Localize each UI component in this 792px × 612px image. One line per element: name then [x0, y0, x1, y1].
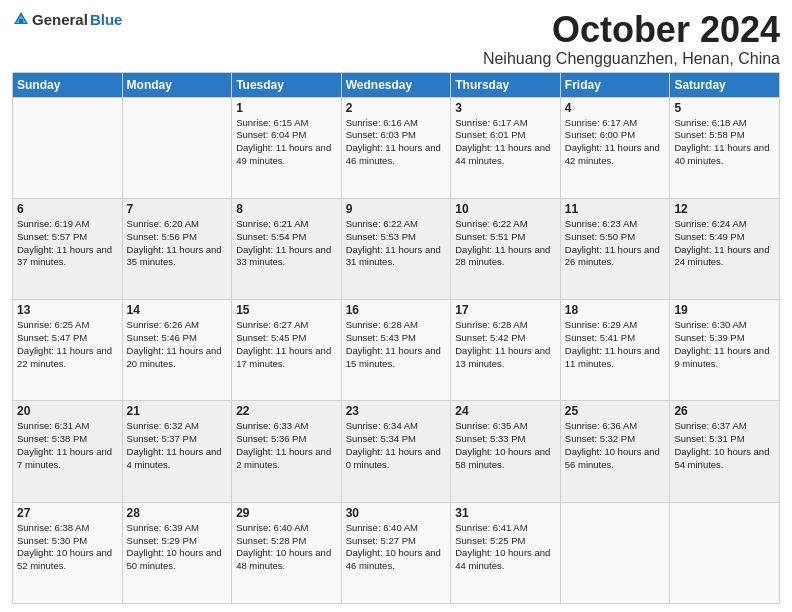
header-sunday: Sunday	[13, 72, 123, 97]
table-row: 3Sunrise: 6:17 AM Sunset: 6:01 PM Daylig…	[451, 97, 561, 198]
day-info: Sunrise: 6:29 AM Sunset: 5:41 PM Dayligh…	[565, 319, 666, 370]
header-monday: Monday	[122, 72, 232, 97]
table-row: 25Sunrise: 6:36 AM Sunset: 5:32 PM Dayli…	[560, 401, 670, 502]
day-number: 5	[674, 101, 775, 115]
day-info: Sunrise: 6:19 AM Sunset: 5:57 PM Dayligh…	[17, 218, 118, 269]
calendar-week-row: 20Sunrise: 6:31 AM Sunset: 5:38 PM Dayli…	[13, 401, 780, 502]
table-row: 6Sunrise: 6:19 AM Sunset: 5:57 PM Daylig…	[13, 198, 123, 299]
day-info: Sunrise: 6:15 AM Sunset: 6:04 PM Dayligh…	[236, 117, 337, 168]
day-number: 20	[17, 404, 118, 418]
table-row: 23Sunrise: 6:34 AM Sunset: 5:34 PM Dayli…	[341, 401, 451, 502]
day-info: Sunrise: 6:21 AM Sunset: 5:54 PM Dayligh…	[236, 218, 337, 269]
table-row: 18Sunrise: 6:29 AM Sunset: 5:41 PM Dayli…	[560, 300, 670, 401]
day-info: Sunrise: 6:20 AM Sunset: 5:56 PM Dayligh…	[127, 218, 228, 269]
day-number: 22	[236, 404, 337, 418]
table-row: 14Sunrise: 6:26 AM Sunset: 5:46 PM Dayli…	[122, 300, 232, 401]
day-number: 6	[17, 202, 118, 216]
day-info: Sunrise: 6:17 AM Sunset: 6:01 PM Dayligh…	[455, 117, 556, 168]
day-number: 21	[127, 404, 228, 418]
table-row: 21Sunrise: 6:32 AM Sunset: 5:37 PM Dayli…	[122, 401, 232, 502]
logo-text-general: General	[32, 11, 88, 28]
day-info: Sunrise: 6:31 AM Sunset: 5:38 PM Dayligh…	[17, 420, 118, 471]
header-wednesday: Wednesday	[341, 72, 451, 97]
day-info: Sunrise: 6:27 AM Sunset: 5:45 PM Dayligh…	[236, 319, 337, 370]
day-info: Sunrise: 6:28 AM Sunset: 5:42 PM Dayligh…	[455, 319, 556, 370]
calendar-header-row: Sunday Monday Tuesday Wednesday Thursday…	[13, 72, 780, 97]
day-number: 10	[455, 202, 556, 216]
location-title: Neihuang Chengguanzhen, Henan, China	[483, 50, 780, 68]
day-number: 29	[236, 506, 337, 520]
table-row: 8Sunrise: 6:21 AM Sunset: 5:54 PM Daylig…	[232, 198, 342, 299]
svg-rect-3	[19, 19, 23, 24]
logo-text-blue: Blue	[90, 11, 123, 28]
day-number: 23	[346, 404, 447, 418]
day-info: Sunrise: 6:32 AM Sunset: 5:37 PM Dayligh…	[127, 420, 228, 471]
day-number: 3	[455, 101, 556, 115]
day-number: 1	[236, 101, 337, 115]
day-number: 7	[127, 202, 228, 216]
table-row: 26Sunrise: 6:37 AM Sunset: 5:31 PM Dayli…	[670, 401, 780, 502]
day-info: Sunrise: 6:25 AM Sunset: 5:47 PM Dayligh…	[17, 319, 118, 370]
day-number: 18	[565, 303, 666, 317]
day-info: Sunrise: 6:30 AM Sunset: 5:39 PM Dayligh…	[674, 319, 775, 370]
day-info: Sunrise: 6:24 AM Sunset: 5:49 PM Dayligh…	[674, 218, 775, 269]
table-row: 13Sunrise: 6:25 AM Sunset: 5:47 PM Dayli…	[13, 300, 123, 401]
day-number: 9	[346, 202, 447, 216]
calendar-table: Sunday Monday Tuesday Wednesday Thursday…	[12, 72, 780, 604]
day-info: Sunrise: 6:40 AM Sunset: 5:28 PM Dayligh…	[236, 522, 337, 573]
logo: General Blue	[12, 10, 122, 28]
day-info: Sunrise: 6:28 AM Sunset: 5:43 PM Dayligh…	[346, 319, 447, 370]
table-row	[122, 97, 232, 198]
header-tuesday: Tuesday	[232, 72, 342, 97]
day-number: 24	[455, 404, 556, 418]
table-row: 22Sunrise: 6:33 AM Sunset: 5:36 PM Dayli…	[232, 401, 342, 502]
table-row: 10Sunrise: 6:22 AM Sunset: 5:51 PM Dayli…	[451, 198, 561, 299]
day-info: Sunrise: 6:37 AM Sunset: 5:31 PM Dayligh…	[674, 420, 775, 471]
calendar-week-row: 13Sunrise: 6:25 AM Sunset: 5:47 PM Dayli…	[13, 300, 780, 401]
table-row: 27Sunrise: 6:38 AM Sunset: 5:30 PM Dayli…	[13, 502, 123, 603]
table-row: 28Sunrise: 6:39 AM Sunset: 5:29 PM Dayli…	[122, 502, 232, 603]
table-row: 16Sunrise: 6:28 AM Sunset: 5:43 PM Dayli…	[341, 300, 451, 401]
day-number: 30	[346, 506, 447, 520]
table-row: 19Sunrise: 6:30 AM Sunset: 5:39 PM Dayli…	[670, 300, 780, 401]
day-info: Sunrise: 6:33 AM Sunset: 5:36 PM Dayligh…	[236, 420, 337, 471]
table-row: 24Sunrise: 6:35 AM Sunset: 5:33 PM Dayli…	[451, 401, 561, 502]
table-row	[13, 97, 123, 198]
table-row: 30Sunrise: 6:40 AM Sunset: 5:27 PM Dayli…	[341, 502, 451, 603]
logo-area: General Blue	[12, 10, 122, 28]
table-row: 17Sunrise: 6:28 AM Sunset: 5:42 PM Dayli…	[451, 300, 561, 401]
header-saturday: Saturday	[670, 72, 780, 97]
table-row: 7Sunrise: 6:20 AM Sunset: 5:56 PM Daylig…	[122, 198, 232, 299]
day-info: Sunrise: 6:41 AM Sunset: 5:25 PM Dayligh…	[455, 522, 556, 573]
day-info: Sunrise: 6:23 AM Sunset: 5:50 PM Dayligh…	[565, 218, 666, 269]
day-info: Sunrise: 6:36 AM Sunset: 5:32 PM Dayligh…	[565, 420, 666, 471]
day-number: 14	[127, 303, 228, 317]
table-row	[560, 502, 670, 603]
day-number: 31	[455, 506, 556, 520]
day-number: 4	[565, 101, 666, 115]
table-row: 2Sunrise: 6:16 AM Sunset: 6:03 PM Daylig…	[341, 97, 451, 198]
day-info: Sunrise: 6:39 AM Sunset: 5:29 PM Dayligh…	[127, 522, 228, 573]
calendar-week-row: 6Sunrise: 6:19 AM Sunset: 5:57 PM Daylig…	[13, 198, 780, 299]
table-row: 29Sunrise: 6:40 AM Sunset: 5:28 PM Dayli…	[232, 502, 342, 603]
table-row: 5Sunrise: 6:18 AM Sunset: 5:58 PM Daylig…	[670, 97, 780, 198]
page: General Blue October 2024 Neihuang Cheng…	[0, 0, 792, 612]
table-row	[670, 502, 780, 603]
day-info: Sunrise: 6:22 AM Sunset: 5:51 PM Dayligh…	[455, 218, 556, 269]
table-row: 9Sunrise: 6:22 AM Sunset: 5:53 PM Daylig…	[341, 198, 451, 299]
day-number: 16	[346, 303, 447, 317]
header-thursday: Thursday	[451, 72, 561, 97]
day-number: 12	[674, 202, 775, 216]
table-row: 4Sunrise: 6:17 AM Sunset: 6:00 PM Daylig…	[560, 97, 670, 198]
title-area: October 2024 Neihuang Chengguanzhen, Hen…	[483, 10, 780, 68]
day-info: Sunrise: 6:34 AM Sunset: 5:34 PM Dayligh…	[346, 420, 447, 471]
day-number: 11	[565, 202, 666, 216]
day-info: Sunrise: 6:22 AM Sunset: 5:53 PM Dayligh…	[346, 218, 447, 269]
month-title: October 2024	[483, 10, 780, 50]
table-row: 11Sunrise: 6:23 AM Sunset: 5:50 PM Dayli…	[560, 198, 670, 299]
day-number: 27	[17, 506, 118, 520]
day-number: 25	[565, 404, 666, 418]
table-row: 12Sunrise: 6:24 AM Sunset: 5:49 PM Dayli…	[670, 198, 780, 299]
day-number: 8	[236, 202, 337, 216]
table-row: 20Sunrise: 6:31 AM Sunset: 5:38 PM Dayli…	[13, 401, 123, 502]
